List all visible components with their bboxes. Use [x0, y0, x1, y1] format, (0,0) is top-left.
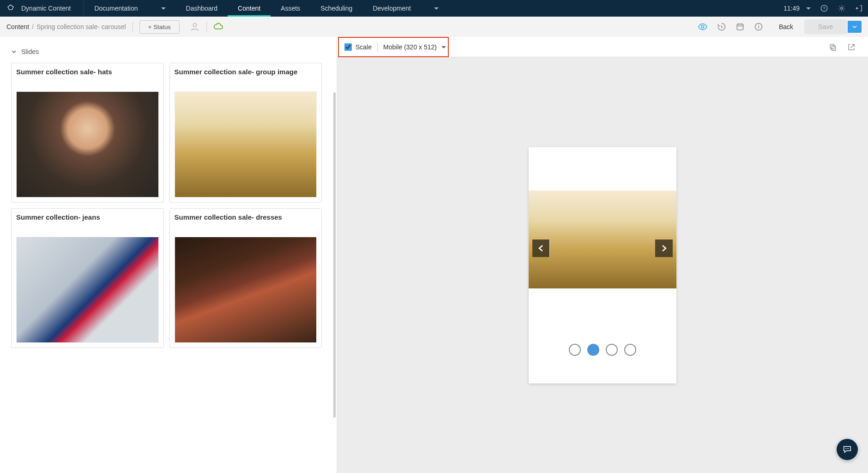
save-dropdown[interactable] [848, 21, 862, 33]
schedule-icon[interactable] [731, 22, 749, 31]
preview-icon[interactable] [693, 22, 712, 32]
svg-text:?: ? [823, 6, 825, 11]
nav-documentation[interactable]: Documentation [84, 0, 175, 17]
app-logo [0, 4, 21, 12]
breadcrumb-separator: / [29, 23, 36, 30]
sub-toolbar: Content / Spring collection sale- carous… [0, 17, 868, 37]
logout-icon[interactable] [850, 4, 868, 12]
clock-time: 11:49 [777, 5, 806, 12]
help-icon[interactable]: ? [815, 4, 833, 12]
info-icon[interactable] [749, 22, 768, 31]
settings-icon[interactable] [833, 4, 850, 12]
nav-content[interactable]: Content [228, 0, 271, 17]
sync-status-icon [213, 22, 223, 32]
svg-point-4 [701, 25, 704, 28]
svg-rect-5 [737, 24, 743, 30]
top-navbar: Dynamic Content Documentation Dashboard … [0, 0, 868, 17]
svg-point-3 [193, 24, 196, 27]
add-status-button[interactable]: + Status [139, 20, 180, 34]
svg-point-2 [841, 7, 843, 10]
history-icon[interactable] [712, 22, 731, 31]
breadcrumb-item: Spring collection sale- carousel [36, 23, 126, 30]
clock-dropdown-icon[interactable] [806, 7, 811, 12]
author-icon[interactable] [190, 22, 200, 32]
nav-scheduling[interactable]: Scheduling [310, 0, 362, 17]
back-button[interactable]: Back [768, 23, 804, 30]
breadcrumb-root[interactable]: Content [6, 23, 29, 30]
brand-name: Dynamic Content [21, 0, 84, 17]
save-button: Save [804, 19, 847, 34]
nav-development[interactable]: Development [362, 0, 449, 17]
nav-dashboard[interactable]: Dashboard [176, 0, 228, 17]
nav-assets[interactable]: Assets [271, 0, 310, 17]
